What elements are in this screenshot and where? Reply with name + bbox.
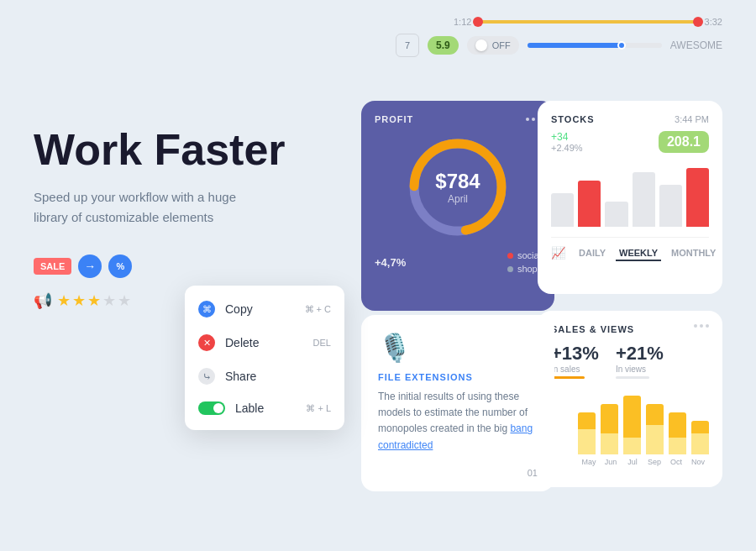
menu-item-copy[interactable]: ⌘ Copy ⌘ + C: [185, 292, 344, 326]
main-title: Work Faster: [34, 126, 302, 174]
badge-row: SALE → %: [34, 255, 302, 278]
x-jul: Jul: [622, 458, 643, 466]
progress-bar[interactable]: [528, 43, 662, 48]
sales-x-labels: May Jun Jul Sep Oct Nov: [578, 458, 709, 466]
sales-bar-bot-1: [578, 429, 596, 454]
stocks-bar-chart: [551, 160, 709, 227]
stars: ★ ★ ★ ★ ★: [57, 291, 131, 310]
sales-bar-bot-4: [646, 425, 664, 454]
delete-label: Delete: [225, 336, 303, 349]
x-jun: Jun: [600, 458, 622, 466]
tab-monthly[interactable]: MONTHLY: [668, 246, 719, 261]
stocks-time: 3:44 PM: [675, 114, 709, 124]
bar-group-1: [551, 193, 574, 227]
file-extension-title: FILE EXTENSIONS: [378, 372, 538, 382]
bar-2: [578, 181, 601, 227]
views-underline: [616, 376, 649, 379]
toggle-label: OFF: [492, 40, 511, 50]
slider-end-time: 3:32: [705, 17, 722, 27]
green-value: 5.9: [428, 36, 459, 55]
x-may: May: [578, 458, 600, 466]
bar-group-5: [659, 185, 682, 227]
sale-badge[interactable]: SALE: [34, 258, 71, 275]
x-oct: Oct: [665, 458, 687, 466]
slider-handle-left[interactable]: [473, 17, 483, 27]
stocks-tabs: 📈 DAILY WEEKLY MONTHLY: [551, 237, 709, 261]
profit-month: April: [435, 193, 480, 205]
mic-icon: 🎙️: [378, 332, 538, 364]
ctrl-box[interactable]: 7: [396, 34, 419, 57]
sales-bar-nov: [691, 421, 709, 454]
tab-weekly[interactable]: WEEKLY: [616, 246, 661, 261]
profit-amount: $784: [435, 170, 480, 193]
label-toggle[interactable]: [198, 401, 225, 415]
sales-metric-sales: +13% In sales: [551, 343, 599, 379]
share-label: Share: [225, 370, 321, 383]
label-text: Lable: [235, 401, 296, 415]
x-sep: Sep: [643, 458, 665, 466]
bar-1: [551, 193, 574, 227]
controls-row2: 7 5.9 OFF AWESOME: [370, 34, 722, 57]
sales-metric-views: +21% In views: [616, 343, 664, 379]
sales-metrics: +13% In sales +21% In views: [551, 343, 709, 379]
bar-4: [633, 172, 655, 227]
sales-percent: +13%: [551, 343, 599, 365]
sales-bar-bot-5: [669, 438, 686, 454]
sales-menu-dots[interactable]: [694, 324, 709, 334]
trend-icon: 📈: [551, 246, 565, 261]
bar-group-4: [633, 172, 655, 227]
toggle-circle: [475, 39, 487, 51]
bar-group-6: [686, 168, 709, 227]
copy-shortcut: ⌘ + C: [305, 304, 331, 315]
sales-header: SALES & VIEWS: [551, 324, 709, 334]
subtitle: Speed up your workflow with a huge libra…: [34, 187, 252, 228]
stocks-info: +34 +2.49% 208.1: [551, 131, 709, 153]
sales-bar-oct: [669, 412, 686, 454]
megaphone-icon: 📢: [34, 291, 52, 310]
context-menu: ⌘ Copy ⌘ + C ✕ Delete DEL ⤷ Share Lable …: [185, 286, 344, 430]
profit-header: PROFIT: [375, 114, 541, 124]
awesome-label: AWESOME: [670, 39, 722, 51]
bar-6: [686, 168, 709, 227]
toggle-switch[interactable]: OFF: [467, 36, 519, 55]
sales-bar-bot-2: [601, 433, 618, 454]
star-1: ★: [57, 291, 71, 310]
top-controls: 1:12 3:32 7 5.9 OFF AWESOME: [336, 17, 722, 57]
sales-bar-top-3: [623, 396, 641, 438]
sales-bar-top-4: [646, 404, 664, 425]
sales-bar-bot-6: [691, 433, 709, 454]
donut-center-text: $784 April: [435, 170, 480, 205]
sales-bar-bot-3: [623, 438, 641, 454]
hero-section: Work Faster Speed up your workflow with …: [34, 126, 302, 310]
legend-shop: shop: [507, 264, 541, 274]
label-shortcut: ⌘ + L: [306, 403, 331, 414]
copy-icon: ⌘: [198, 301, 215, 317]
sales-bar-top-5: [669, 412, 686, 438]
sales-card: SALES & VIEWS +13% In sales +21% In view…: [538, 311, 722, 487]
shop-label: shop: [517, 264, 538, 274]
star-2: ★: [72, 291, 86, 310]
profit-legend: social shop: [507, 250, 541, 274]
menu-item-share[interactable]: ⤷ Share: [185, 359, 344, 393]
bar-5: [659, 185, 682, 227]
sales-bar-top-6: [691, 421, 709, 433]
sales-underline: [551, 376, 585, 379]
arrow-button[interactable]: →: [78, 255, 102, 278]
delete-icon: ✕: [198, 334, 215, 351]
profit-card: PROFIT $784 April +4,7% social: [361, 101, 554, 311]
stocks-card: STOCKS 3:44 PM +34 +2.49% 208.1 📈 DA: [538, 101, 722, 294]
percent-badge[interactable]: %: [108, 255, 132, 278]
sales-bar-top-2: [601, 404, 618, 433]
tab-daily[interactable]: DAILY: [575, 246, 609, 261]
menu-item-label[interactable]: Lable ⌘ + L: [185, 393, 344, 423]
file-extension-body: The initial results of using these model…: [378, 389, 538, 454]
file-extension-card: 🎙️ FILE EXTENSIONS The initial results o…: [361, 315, 554, 491]
shop-dot: [507, 266, 513, 272]
range-slider[interactable]: [478, 20, 697, 24]
bar-3: [605, 202, 627, 227]
donut-chart: $784 April: [375, 133, 541, 242]
x-nov: Nov: [687, 458, 709, 466]
slider-row: 1:12 3:32: [454, 17, 722, 27]
slider-handle-right[interactable]: [693, 17, 703, 27]
menu-item-delete[interactable]: ✕ Delete DEL: [185, 326, 344, 359]
